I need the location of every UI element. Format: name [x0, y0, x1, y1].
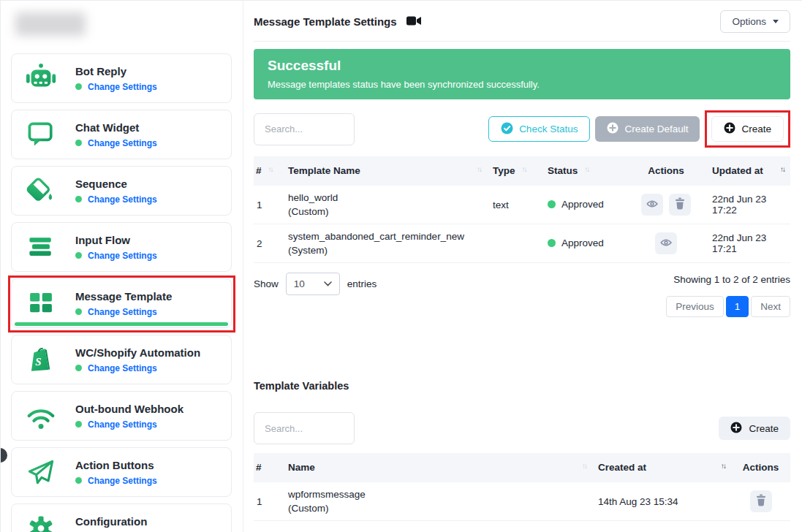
variable-kind: (Custom): [288, 503, 586, 514]
page-size-value: 10: [294, 278, 305, 289]
template-variables-title: Template Variables: [254, 380, 790, 392]
sidebar-item-sequence[interactable]: Sequence Change Settings: [11, 166, 232, 216]
variables-table-header-row: # Name↑↓ Created at↑↓ Actions: [254, 453, 790, 482]
status-text: Approved: [561, 199, 604, 210]
view-button[interactable]: [641, 194, 663, 216]
app-logo: [15, 12, 86, 36]
bars-icon: [24, 230, 58, 264]
view-button[interactable]: [655, 232, 677, 254]
page-size-select[interactable]: 10: [286, 273, 340, 295]
sidebar-item-outbound-webhook[interactable]: Out-bound Webhook Change Settings: [11, 391, 232, 441]
sidebar-item-bot-reply[interactable]: Bot Reply Change Settings: [11, 53, 232, 103]
plus-circle-icon: [730, 422, 742, 436]
success-alert: Successful Message templates status have…: [254, 49, 790, 99]
create-variable-label: Create: [749, 423, 779, 434]
delete-button[interactable]: [669, 194, 691, 216]
variable-created-at: 14th Aug 23 15:34: [592, 482, 731, 521]
template-search-input[interactable]: [254, 113, 355, 145]
next-page-button[interactable]: Next: [751, 296, 790, 317]
variable-actions-cell: [731, 482, 790, 521]
change-settings-link[interactable]: Change Settings: [88, 82, 157, 92]
change-settings-link[interactable]: Change Settings: [88, 419, 157, 430]
eye-icon: [659, 236, 673, 251]
plus-circle-icon: [607, 122, 618, 136]
variables-search-input[interactable]: [254, 412, 355, 444]
variables-table: # Name↑↓ Created at↑↓ Actions 1 wpformsm…: [254, 453, 790, 521]
create-default-label: Create Default: [624, 123, 688, 134]
create-default-button[interactable]: Create Default: [595, 116, 700, 142]
col-header-created-at[interactable]: Created at↑↓: [592, 453, 731, 482]
status-dot: [75, 308, 82, 315]
chat-bubble-icon: [24, 118, 58, 151]
trash-icon: [755, 494, 767, 509]
main-content: Message Template Settings Options Succes…: [243, 1, 802, 532]
sidebar-item-label: WC/Shopify Automation: [75, 346, 200, 359]
sidebar-item-label: Input Flow: [75, 234, 157, 246]
main-header: Message Template Settings Options: [254, 10, 790, 42]
previous-page-button[interactable]: Previous: [666, 296, 724, 317]
table-row: 2 system_abandoned_cart_reminder_new (Sy…: [254, 224, 790, 263]
variable-name: wpformsmessage: [288, 489, 586, 500]
alert-message: Message templates status have been synch…: [268, 79, 776, 90]
template-name-cell: hello_world (Custom): [282, 186, 487, 224]
change-settings-link[interactable]: Change Settings: [88, 476, 157, 486]
sort-icon: ↑↓: [780, 165, 784, 173]
pagination: Previous 1 Next: [666, 296, 790, 317]
sort-icon: ↑↓: [721, 462, 725, 470]
template-kind: (Custom): [288, 206, 481, 217]
page-title-text: Message Template Settings: [254, 15, 397, 28]
sidebar: Bot Reply Change Settings Chat Widget Ch…: [1, 1, 243, 532]
alert-title: Successful: [268, 58, 776, 74]
templates-table-header-row: #↑↓ Template Name↑↓ Type↑↓ Status↑↓ Acti…: [254, 156, 790, 186]
grid-icon: [24, 286, 58, 320]
change-settings-link[interactable]: Change Settings: [88, 194, 157, 205]
options-button-label: Options: [732, 16, 766, 27]
change-settings-link[interactable]: Change Settings: [88, 138, 157, 148]
status-dot: [75, 252, 82, 259]
sidebar-item-label: Bot Reply: [75, 65, 157, 77]
template-updated-at: 22nd Jun 23 17:21: [706, 224, 790, 263]
change-settings-link[interactable]: Change Settings: [88, 251, 157, 261]
sidebar-item-chat-widget[interactable]: Chat Widget Change Settings: [11, 110, 232, 159]
col-header-updated-at[interactable]: Updated at↑↓: [706, 156, 790, 186]
col-header-template-name[interactable]: Template Name↑↓: [282, 156, 487, 186]
col-header-status[interactable]: Status↑↓: [542, 156, 626, 186]
row-num: 1: [254, 482, 282, 521]
col-header-num[interactable]: #: [254, 453, 282, 482]
sidebar-item-action-buttons[interactable]: Action Buttons Change Settings: [11, 447, 232, 497]
create-template-button[interactable]: Create: [711, 116, 784, 142]
sidebar-item-label: Message Template: [75, 290, 172, 303]
template-type: text: [487, 186, 542, 224]
page-number-button[interactable]: 1: [726, 296, 749, 317]
col-header-name[interactable]: Name↑↓: [282, 453, 592, 482]
gear-icon: [24, 512, 58, 532]
sidebar-item-input-flow[interactable]: Input Flow Change Settings: [11, 222, 232, 272]
change-settings-link[interactable]: Change Settings: [88, 307, 157, 317]
delete-button[interactable]: [750, 490, 772, 512]
sort-icon: ↑↓: [477, 165, 481, 173]
sidebar-item-message-template[interactable]: Message Template Change Settings: [11, 278, 232, 328]
template-status-cell: Approved: [542, 186, 626, 224]
template-actions-cell: [626, 224, 706, 263]
col-header-actions[interactable]: Actions: [626, 156, 706, 186]
sidebar-item-label: Sequence: [75, 178, 157, 190]
check-circle-icon: [501, 122, 513, 137]
change-settings-link[interactable]: Change Settings: [88, 363, 157, 373]
create-variable-button[interactable]: Create: [719, 417, 790, 440]
app-window: Bot Reply Change Settings Chat Widget Ch…: [0, 0, 802, 532]
col-header-num[interactable]: #↑↓: [254, 156, 282, 186]
page-title: Message Template Settings: [254, 15, 422, 28]
status-dot: [75, 421, 82, 428]
options-button[interactable]: Options: [720, 10, 790, 33]
paint-bucket-icon: [24, 174, 58, 208]
sidebar-item-label: Configuration: [75, 515, 157, 528]
col-header-actions[interactable]: Actions: [731, 453, 790, 482]
sidebar-item-wc-shopify-automation[interactable]: S WC/Shopify Automation Change Settings: [11, 335, 232, 384]
show-label: Show: [254, 278, 279, 289]
template-name: system_abandoned_cart_reminder_new: [288, 231, 481, 242]
check-status-button[interactable]: Check Status: [488, 116, 590, 142]
status-dot: [548, 239, 556, 247]
sidebar-item-configuration[interactable]: Configuration Change Settings: [11, 503, 232, 532]
video-camera-icon[interactable]: [406, 15, 422, 28]
col-header-type[interactable]: Type↑↓: [487, 156, 542, 186]
